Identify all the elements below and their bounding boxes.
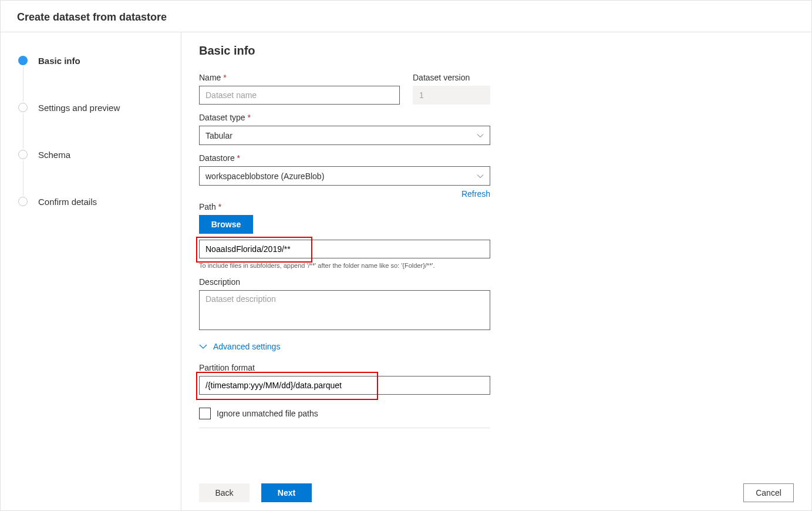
ignore-unmatched-label: Ignore unmatched file paths <box>217 409 318 418</box>
version-label: Dataset version <box>413 73 490 82</box>
chevron-down-icon <box>477 132 484 139</box>
advanced-settings-toggle[interactable]: Advanced settings <box>199 342 794 351</box>
datastore-select[interactable]: workspaceblobstore (AzureBlob) <box>199 166 490 186</box>
step-indicator <box>18 150 28 159</box>
dataset-type-select[interactable]: Tabular <box>199 126 490 145</box>
cancel-button[interactable]: Cancel <box>743 483 794 502</box>
datastore-label: Datastore <box>199 153 794 163</box>
path-help-text: To include files in subfolders, append '… <box>199 262 794 269</box>
step-label: Settings and preview <box>38 103 120 113</box>
path-label: Path <box>199 202 794 211</box>
name-label: Name <box>199 73 400 82</box>
partition-format-label: Partition format <box>199 363 794 372</box>
step-confirm-details[interactable]: Confirm details <box>18 196 181 207</box>
step-indicator <box>18 197 28 206</box>
step-label: Schema <box>38 150 70 160</box>
version-value: 1 <box>413 86 490 105</box>
ignore-unmatched-checkbox[interactable] <box>199 408 211 419</box>
chevron-down-icon <box>477 173 484 180</box>
step-indicator-active <box>18 56 28 65</box>
name-input[interactable] <box>199 86 400 105</box>
description-textarea[interactable] <box>199 290 490 330</box>
dataset-type-label: Dataset type <box>199 113 794 122</box>
description-label: Description <box>199 277 794 287</box>
refresh-link[interactable]: Refresh <box>199 189 490 199</box>
step-label: Basic info <box>38 56 80 66</box>
step-indicator <box>18 103 28 112</box>
step-label: Confirm details <box>38 197 97 207</box>
browse-button[interactable]: Browse <box>199 215 253 234</box>
step-basic-info[interactable]: Basic info <box>18 55 181 66</box>
wizard-steps: Basic info Settings and preview Schema C… <box>1 32 181 510</box>
dataset-type-value: Tabular <box>205 131 233 140</box>
main-content: Basic info Name Dataset version 1 Datase… <box>181 32 811 510</box>
datastore-value: workspaceblobstore (AzureBlob) <box>205 172 324 181</box>
next-button[interactable]: Next <box>261 483 312 502</box>
path-input[interactable] <box>199 240 490 258</box>
step-settings-preview[interactable]: Settings and preview <box>18 102 181 113</box>
ignore-unmatched-row: Ignore unmatched file paths <box>199 403 490 428</box>
section-title: Basic info <box>199 44 794 58</box>
page-title: Create dataset from datastore <box>1 1 811 32</box>
step-schema[interactable]: Schema <box>18 149 181 160</box>
partition-format-input[interactable] <box>199 376 490 395</box>
back-button[interactable]: Back <box>199 483 250 502</box>
chevron-down-icon <box>199 342 207 351</box>
advanced-settings-label: Advanced settings <box>213 342 280 351</box>
